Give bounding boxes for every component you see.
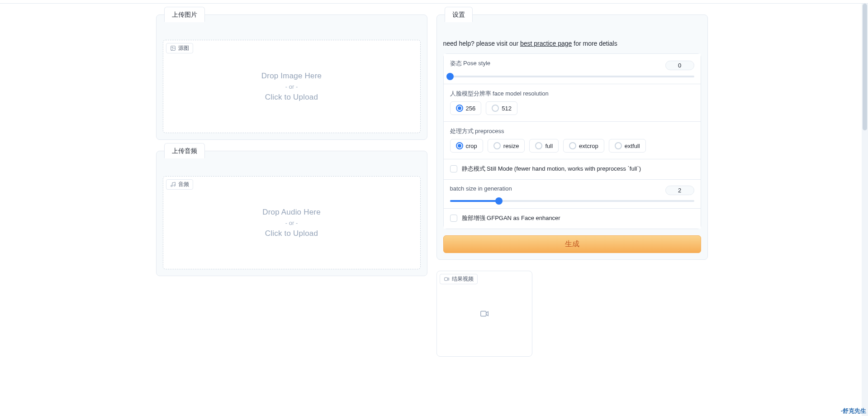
svg-rect-4 [444,277,447,281]
result-chip-label: 结果视频 [452,275,474,283]
radio-label: 256 [466,105,476,112]
panel-upload-image: 上传图片 源图 Drop Image Here - or - Click to … [156,14,427,140]
panel-result-video[interactable]: 结果视频 [436,271,532,357]
radio-option-extfull[interactable]: extfull [609,139,646,153]
row-preprocess: 处理方式 preprocess cropresizefullextcropext… [444,121,701,159]
audio-drop-title: Drop Audio Here [262,208,321,217]
radio-option-full[interactable]: full [529,139,559,153]
radio-label: extfull [625,143,640,149]
help-suffix: for more detials [572,40,617,47]
radio-label: resize [503,143,519,149]
slider-pose-style[interactable] [450,76,694,77]
svg-point-3 [174,185,175,186]
panel-upload-audio: 上传音频 音频 Drop Audio Here - or - Click to … [156,151,427,276]
help-link[interactable]: best practice page [520,40,572,47]
label-face-res: 人脸模型分辨率 face model resolution [450,90,694,98]
radio-dot-icon [492,105,499,112]
image-drop-click: Click to Upload [265,93,318,102]
audio-drop-area[interactable]: 音频 Drop Audio Here - or - Click to Uploa… [163,176,421,269]
radio-group-preprocess: cropresizefullextcropextfull [450,139,694,153]
image-icon [170,45,176,51]
slider-thumb-pose[interactable] [446,73,454,80]
slider-batch[interactable] [450,200,694,202]
image-drop-title: Drop Image Here [261,72,322,81]
radio-option-extcrop[interactable]: extcrop [563,139,604,153]
radio-group-face-res: 256512 [450,101,694,115]
checkbox-icon [450,215,457,222]
radio-dot-icon [493,142,501,149]
value-batch[interactable]: 2 [665,186,694,195]
radio-option-crop[interactable]: crop [450,139,483,153]
svg-point-2 [171,185,172,186]
tab-settings[interactable]: 设置 [445,7,473,22]
generate-button[interactable]: 生成 [443,235,701,253]
radio-dot-icon [456,142,463,149]
radio-label: full [545,143,553,149]
radio-option-resize[interactable]: resize [488,139,525,153]
label-pose-style: 姿态 Pose style [450,59,491,67]
scrollbar-thumb[interactable] [863,4,867,130]
audio-drop-click: Click to Upload [265,229,318,238]
radio-dot-icon [615,142,622,149]
settings-block: 姿态 Pose style 0 人脸模型分辨率 face model resol… [443,53,701,229]
radio-dot-icon [456,105,463,112]
radio-label: extcrop [579,143,598,149]
radio-label: crop [466,143,477,149]
help-prefix: need help? please visit our [443,40,520,47]
image-drop-or: - or - [285,83,298,90]
image-chip-label: 源图 [178,44,189,52]
svg-point-1 [171,47,172,48]
row-enhancer: 脸部增强 GFPGAN as Face enhancer [444,208,701,229]
image-drop-area[interactable]: 源图 Drop Image Here - or - Click to Uploa… [163,40,421,133]
top-bar [0,0,868,4]
radio-option-256[interactable]: 256 [450,101,482,115]
radio-option-512[interactable]: 512 [486,101,517,115]
panel-settings: 设置 need help? please visit our best prac… [436,14,708,260]
label-batch: batch size in generation [450,185,512,192]
audio-drop-or: - or - [285,220,298,226]
slider-thumb-batch[interactable] [495,197,503,205]
radio-dot-icon [569,142,576,149]
scrollbar[interactable] [862,4,868,357]
checkbox-still-mode[interactable]: 静态模式 Still Mode (fewer hand motion, work… [450,165,694,173]
result-chip: 结果视频 [440,274,478,284]
radio-label: 512 [502,105,512,112]
audio-chip: 音频 [166,179,193,190]
label-preprocess: 处理方式 preprocess [450,127,694,135]
checkbox-enhancer[interactable]: 脸部增强 GFPGAN as Face enhancer [450,214,694,222]
tab-upload-image[interactable]: 上传图片 [164,7,205,22]
tab-upload-audio[interactable]: 上传音频 [164,143,205,158]
label-still-mode: 静态模式 Still Mode (fewer hand motion, work… [462,165,641,173]
image-chip: 源图 [166,43,193,53]
music-icon [170,182,176,187]
partial-nav [0,0,868,4]
row-face-res: 人脸模型分辨率 face model resolution 256512 [444,84,701,121]
audio-chip-label: 音频 [178,181,189,188]
checkbox-icon [450,165,457,172]
row-batch: batch size in generation 2 [444,179,701,208]
video-icon [444,276,450,282]
row-still-mode: 静态模式 Still Mode (fewer hand motion, work… [444,159,701,179]
radio-dot-icon [535,142,542,149]
svg-rect-5 [480,311,486,316]
value-pose-style[interactable]: 0 [665,61,694,70]
row-pose-style: 姿态 Pose style 0 [444,54,701,84]
help-text: need help? please visit our best practic… [443,40,701,47]
video-placeholder-icon [479,309,489,319]
label-enhancer: 脸部增强 GFPGAN as Face enhancer [462,214,560,222]
